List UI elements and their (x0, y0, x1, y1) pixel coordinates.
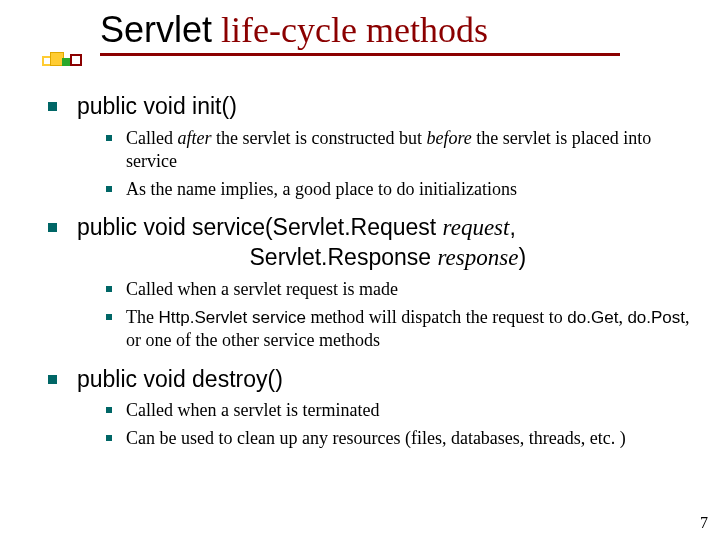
bullet-icon (106, 186, 112, 192)
list-item: Can be used to clean up any resources (f… (106, 427, 690, 450)
list-item-text: The Http.Servlet service method will dis… (126, 306, 690, 353)
list-item: Called when a servlet request is made (106, 278, 690, 301)
list-item-text: Can be used to clean up any resources (f… (126, 427, 626, 450)
bullet-icon (48, 102, 57, 111)
page-number: 7 (700, 514, 708, 532)
section: public void init()Called after the servl… (48, 92, 690, 201)
bullet-icon (106, 135, 112, 141)
bullet-icon (106, 314, 112, 320)
list-item-text: Called when a servlet is terminated (126, 399, 379, 422)
list-item-text: Called when a servlet request is made (126, 278, 398, 301)
title-underline (100, 53, 620, 56)
slide-body: public void init()Called after the servl… (48, 80, 690, 454)
slide-title: Servlet life-cycle methods (0, 10, 720, 56)
bullet-icon (106, 407, 112, 413)
list-item-text: As the name implies, a good place to do … (126, 178, 517, 201)
slide: Servlet life-cycle methods public void i… (0, 0, 720, 540)
bullet-icon (106, 435, 112, 441)
list-item: The Http.Servlet service method will dis… (106, 306, 690, 353)
title-keyword: Servlet (100, 9, 212, 50)
section-heading: public void service(Servlet.Request requ… (77, 213, 526, 273)
section-heading: public void init() (77, 92, 237, 121)
bullet-icon (106, 286, 112, 292)
list-item: Called after the servlet is constructed … (106, 127, 690, 174)
bullet-icon (48, 375, 57, 384)
list-item: As the name implies, a good place to do … (106, 178, 690, 201)
section: public void destroy()Called when a servl… (48, 365, 690, 451)
section: public void service(Servlet.Request requ… (48, 213, 690, 353)
list-item-text: Called after the servlet is constructed … (126, 127, 690, 174)
title-rest: life-cycle methods (212, 10, 488, 50)
list-item: Called when a servlet is terminated (106, 399, 690, 422)
bullet-icon (48, 223, 57, 232)
section-heading: public void destroy() (77, 365, 283, 394)
